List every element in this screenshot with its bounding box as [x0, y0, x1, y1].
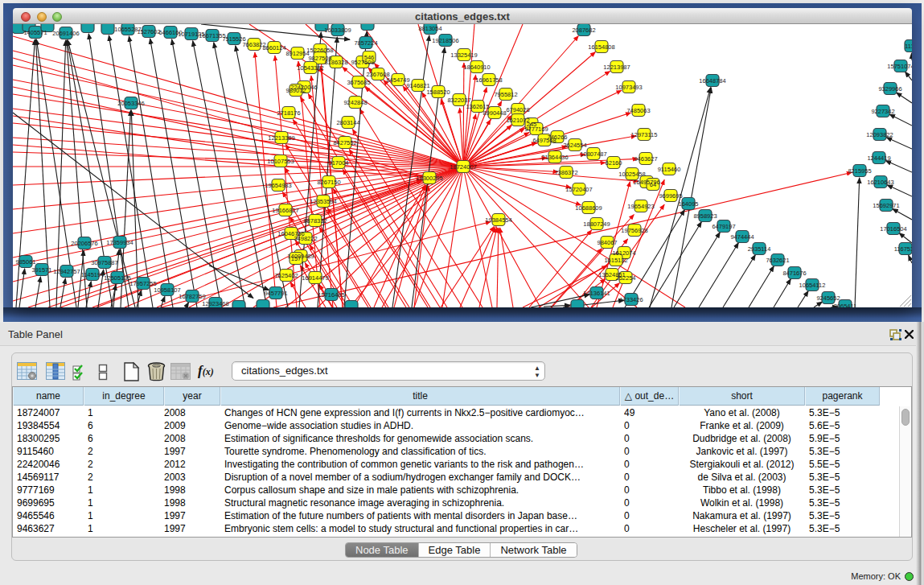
svg-text:12505135: 12505135: [104, 274, 130, 282]
svg-text:1405571: 1405571: [23, 29, 47, 36]
svg-text:10025458: 10025458: [618, 171, 645, 178]
svg-text:917004: 917004: [328, 159, 348, 167]
svg-text:2065411: 2065411: [834, 303, 857, 308]
svg-text:9457791: 9457791: [264, 290, 287, 297]
svg-text:18807249: 18807249: [583, 220, 610, 228]
svg-text:3624554: 3624554: [563, 142, 586, 149]
svg-text:164095: 164095: [678, 200, 698, 208]
svg-text:7485063: 7485063: [626, 107, 650, 114]
svg-text:12353594: 12353594: [310, 198, 336, 205]
svg-text:10958107: 10958107: [154, 286, 180, 294]
svg-text:546: 546: [364, 54, 375, 61]
svg-text:10107553: 10107553: [267, 158, 294, 165]
svg-text:19384554: 19384554: [485, 216, 511, 224]
svg-text:9699695: 9699695: [659, 192, 682, 200]
svg-text:8471676: 8471676: [782, 270, 806, 277]
svg-text:20053346: 20053346: [117, 100, 144, 107]
svg-text:15692971: 15692971: [873, 202, 899, 209]
svg-text:1733426: 1733426: [619, 296, 643, 303]
svg-text:16914479: 16914479: [302, 274, 328, 282]
svg-text:13325419: 13325419: [450, 51, 477, 59]
svg-text:2803144: 2803144: [336, 119, 359, 126]
svg-text:16961758: 16961758: [475, 76, 502, 84]
svg-text:1167531: 1167531: [894, 245, 912, 253]
svg-text:10543382: 10543382: [297, 64, 323, 72]
svg-text:16033809: 16033809: [324, 27, 351, 34]
svg-text:1588520: 1588520: [426, 89, 450, 96]
svg-text:6794028: 6794028: [506, 106, 529, 113]
svg-text:62160: 62160: [606, 159, 622, 167]
svg-text:746266: 746266: [547, 134, 567, 141]
svg-text:7386372: 7386372: [554, 169, 577, 176]
svg-text:3498222: 3498222: [294, 235, 317, 242]
svg-text:10973493: 10973493: [615, 84, 642, 91]
svg-text:9777169: 9777169: [524, 126, 548, 133]
svg-text:252254: 252254: [615, 274, 635, 282]
svg-text:19218506: 19218506: [432, 37, 458, 44]
svg-text:20206576: 20206576: [71, 240, 97, 247]
svg-text:391571: 391571: [31, 266, 51, 274]
svg-text:16648784: 16648784: [699, 77, 725, 84]
svg-text:9474444: 9474444: [730, 233, 754, 241]
svg-text:2935114: 2935114: [748, 245, 771, 253]
svg-text:16782759: 16782759: [179, 293, 205, 300]
svg-text:9329966: 9329966: [878, 85, 901, 93]
svg-text:157: 157: [291, 255, 302, 262]
svg-text:30975887: 30975887: [91, 259, 117, 266]
svg-text:19654923: 19654923: [627, 203, 654, 210]
svg-text:17016504: 17016504: [880, 225, 906, 233]
svg-text:1612074: 1612074: [612, 249, 635, 257]
svg-text:8958923: 8958923: [693, 212, 717, 220]
svg-text:1244419: 1244419: [867, 154, 890, 162]
svg-text:9227342: 9227342: [871, 108, 894, 115]
svg-text:9463627: 9463627: [634, 155, 657, 163]
svg-text:7857224: 7857224: [354, 39, 377, 47]
svg-text:19166827: 19166827: [272, 207, 298, 214]
svg-text:15226058: 15226058: [306, 47, 333, 54]
svg-text:15751074: 15751074: [887, 63, 912, 70]
svg-text:3675685: 3675685: [347, 79, 370, 86]
svg-text:19654983: 19654983: [265, 182, 291, 189]
svg-text:9242848: 9242848: [343, 99, 367, 106]
svg-text:1615132: 1615132: [604, 257, 627, 264]
svg-text:15716485: 15716485: [318, 291, 344, 299]
svg-text:15720407: 15720407: [565, 186, 592, 193]
svg-text:12093822: 12093822: [866, 131, 893, 138]
svg-text:985061: 985061: [15, 258, 35, 266]
svg-text:1112: 1112: [905, 43, 912, 50]
svg-text:18640910: 18640910: [463, 64, 490, 71]
svg-text:10654112: 10654112: [799, 282, 826, 289]
svg-text:12923468: 12923468: [202, 300, 228, 307]
svg-text:8267150: 8267150: [317, 179, 340, 186]
svg-text:9245652: 9245652: [816, 295, 840, 302]
svg-text:12942757: 12942757: [53, 268, 80, 275]
svg-text:12213987: 12213987: [603, 64, 630, 71]
svg-text:8186328: 8186328: [324, 59, 347, 66]
svg-text:18300295: 18300295: [416, 175, 442, 182]
svg-text:19756928: 19756928: [621, 227, 647, 234]
svg-text:7632621: 7632621: [766, 257, 789, 264]
svg-text:2087682: 2087682: [572, 27, 595, 34]
svg-text:2718176: 2718176: [277, 109, 300, 117]
svg-text:1145194: 1145194: [81, 271, 105, 278]
svg-text:12973115: 12973115: [631, 131, 658, 138]
svg-text:17359934: 17359934: [106, 239, 133, 246]
svg-text:8215955: 8215955: [848, 167, 871, 175]
svg-text:18724007: 18724007: [450, 163, 476, 171]
svg-text:10807487: 10807487: [580, 150, 606, 158]
svg-text:16210643: 16210643: [867, 179, 893, 186]
svg-text:1527602: 1527602: [137, 28, 160, 35]
svg-text:17957255: 17957255: [129, 280, 156, 287]
svg-text:7625402: 7625402: [274, 272, 298, 279]
svg-text:21364436: 21364436: [541, 154, 568, 161]
svg-text:984067: 984067: [597, 239, 617, 246]
svg-text:989012: 989012: [285, 87, 306, 94]
svg-text:6479197: 6479197: [712, 223, 735, 230]
svg-text:8660124: 8660124: [262, 44, 285, 51]
svg-text:8813054: 8813054: [418, 25, 441, 32]
svg-text:8912954: 8912954: [285, 50, 309, 57]
svg-text:12213389: 12213389: [268, 134, 294, 142]
svg-text:64: 64: [650, 181, 656, 188]
svg-text:8878332: 8878332: [303, 217, 326, 225]
svg-text:8427552: 8427552: [333, 139, 356, 146]
